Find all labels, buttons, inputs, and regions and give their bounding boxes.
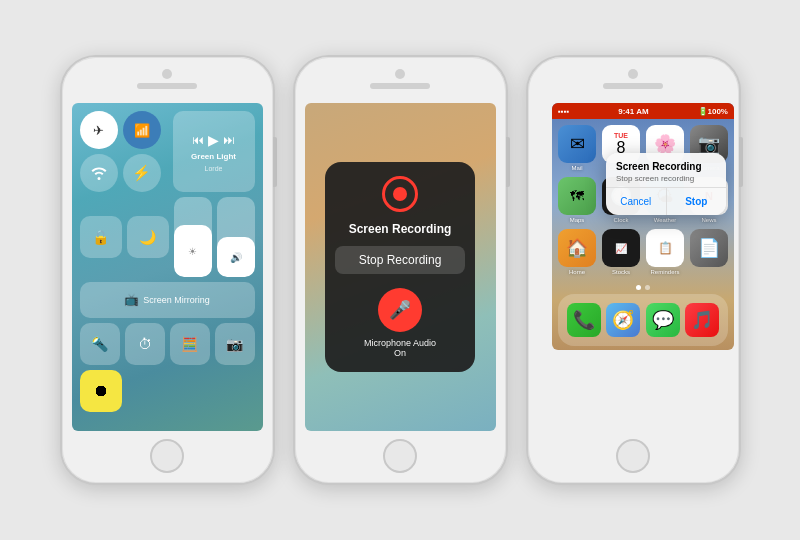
app-maps-wrapper[interactable]: 🗺 Maps [558,177,596,223]
app-generic[interactable]: 📄 [690,229,728,267]
screen-home-dialog: ▪▪▪▪ 9:41 AM 🔋100% ✉ Mail TUE 8 Calendar… [552,103,734,350]
phone-2: Screen Recording Stop Recording 🎤 Microp… [293,55,508,485]
phone-3: ▪▪▪▪ 9:41 AM 🔋100% ✉ Mail TUE 8 Calendar… [526,55,741,485]
app-reminders-label: Reminders [650,269,679,275]
phone-1: ✈ 📶 ⚡ ⏮ ▶ ⏭ Gre [60,55,275,485]
screen-recording-popup: Screen Recording Stop Recording 🎤 Microp… [305,103,496,431]
dock-safari[interactable]: 🧭 [606,303,640,337]
ios-alert-dialog: Screen Recording Stop screen recording C… [606,153,726,215]
cellular-btn[interactable]: 📶 [123,111,161,149]
recording-popup-container: Screen Recording Stop Recording 🎤 Microp… [325,162,475,372]
calculator-btn[interactable]: 🧮 [170,323,210,365]
camera-cc-btn[interactable]: 📷 [215,323,255,365]
dock-music[interactable]: 🎵 [685,303,719,337]
phone-notch-3 [603,83,663,89]
dialog-cancel-btn[interactable]: Cancel [606,188,666,215]
app-clock-label: Clock [613,217,628,223]
airplane-btn[interactable]: ✈ [80,111,118,149]
app-reminders[interactable]: 📋 [646,229,684,267]
timer-btn[interactable]: ⏱ [125,323,165,365]
ios-dock: 📞 🧭 💬 🎵 [558,294,728,346]
bluetooth-btn[interactable]: ⚡ [123,154,161,192]
app-home-wrapper[interactable]: 🏠 Home [558,229,596,275]
mic-label: Microphone AudioOn [364,338,436,358]
volume-slider[interactable]: 🔊 [217,197,255,277]
signal-icon: ▪▪▪▪ [558,107,569,116]
ios-status-bar: ▪▪▪▪ 9:41 AM 🔋100% [552,103,734,119]
popup-title: Screen Recording [349,222,452,236]
record-btn[interactable]: ⏺ [80,370,122,412]
app-stocks[interactable]: 📈 [602,229,640,267]
page-dot-1 [636,285,641,290]
phone-notch-2 [370,83,430,89]
dialog-actions: Cancel Stop [606,188,726,215]
app-maps-label: Maps [570,217,585,223]
app-news-label: News [701,217,716,223]
screen-mirroring-btn[interactable]: 📺 Screen Mirroring [80,282,255,318]
mic-audio-btn[interactable]: 🎤 [378,288,422,332]
app-mail-label: Mail [571,165,582,171]
screen-mirroring-label: Screen Mirroring [143,295,210,305]
screen-control-center: ✈ 📶 ⚡ ⏮ ▶ ⏭ Gre [72,103,263,431]
app-mail[interactable]: ✉ [558,125,596,163]
lock-rotation-btn[interactable]: 🔒 [80,216,122,258]
app-home[interactable]: 🏠 [558,229,596,267]
page-dots [552,281,734,294]
dialog-header: Screen Recording Stop screen recording [606,153,726,187]
app-maps[interactable]: 🗺 [558,177,596,215]
dialog-title: Screen Recording [616,161,716,172]
rec-dot [393,187,407,201]
app-mail-wrapper[interactable]: ✉ Mail [558,125,596,171]
recording-icon [382,176,418,212]
dialog-subtitle: Stop screen recording [616,174,716,183]
dock-phone[interactable]: 📞 [567,303,601,337]
app-weather-label: Weather [654,217,677,223]
app-reminders-wrapper[interactable]: 📋 Reminders [646,229,684,275]
app-home-label: Home [569,269,585,275]
dialog-stop-btn[interactable]: Stop [667,188,727,215]
page-dot-2 [645,285,650,290]
app-stocks-wrapper[interactable]: 📈 Stocks [602,229,640,275]
music-title: Green Light [191,152,236,161]
torch-btn[interactable]: 🔦 [80,323,120,365]
wifi-btn[interactable] [80,154,118,192]
music-artist: Lorde [205,165,223,172]
app-stocks-label: Stocks [612,269,630,275]
music-widget[interactable]: ⏮ ▶ ⏭ Green Light Lorde [173,111,255,192]
home-button-3[interactable] [616,439,650,473]
home-button-2[interactable] [383,439,417,473]
home-button-1[interactable] [150,439,184,473]
battery-icon: 🔋100% [698,107,728,116]
phone-notch-1 [137,83,197,89]
do-not-disturb-btn[interactable]: 🌙 [127,216,169,258]
app-generic-wrapper[interactable]: 📄 [690,229,728,275]
status-time: 9:41 AM [618,107,648,116]
stop-recording-btn[interactable]: Stop Recording [335,246,465,274]
dock-messages[interactable]: 💬 [646,303,680,337]
brightness-slider[interactable]: ☀ [174,197,212,277]
